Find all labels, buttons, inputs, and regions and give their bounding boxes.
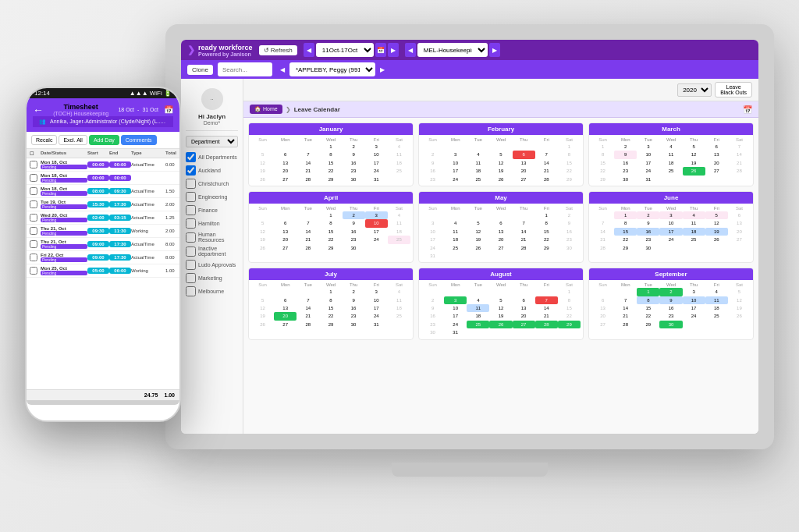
cal-day-August-1[interactable]: 1: [558, 288, 581, 296]
cal-day-July-1[interactable]: 1: [319, 288, 342, 296]
cal-day-July-12[interactable]: 12: [251, 304, 274, 312]
cal-day-January-23[interactable]: 23: [343, 167, 365, 175]
cal-day-April-12[interactable]: 12: [251, 228, 274, 236]
cal-day-February-8[interactable]: 8: [558, 151, 581, 158]
cal-day-July-9[interactable]: 9: [343, 296, 365, 304]
cal-day-August-15[interactable]: 15: [558, 304, 581, 312]
cal-day-January-9[interactable]: 9: [343, 151, 365, 158]
cal-day-September-30[interactable]: 30: [659, 321, 682, 328]
cal-day-August-28[interactable]: 28: [535, 321, 558, 328]
cal-day-May-17[interactable]: 17: [421, 236, 444, 243]
cal-day-July-7[interactable]: 7: [297, 296, 319, 304]
employee-prev-button[interactable]: ◀: [277, 62, 288, 76]
cal-day-June-27[interactable]: 27: [728, 236, 751, 243]
cal-day-May-10[interactable]: 10: [421, 228, 444, 236]
cal-day-May-14[interactable]: 14: [513, 228, 535, 236]
cal-day-July-14[interactable]: 14: [297, 304, 319, 312]
cal-day-May-2[interactable]: 2: [558, 211, 581, 219]
cal-day-May-4[interactable]: 4: [444, 219, 467, 227]
cal-day-February-14[interactable]: 14: [535, 159, 558, 167]
cal-day-May-12[interactable]: 12: [467, 228, 489, 236]
cal-day-May-20[interactable]: 20: [489, 236, 512, 243]
cal-day-February-12[interactable]: 12: [489, 159, 512, 167]
cal-day-May-16[interactable]: 16: [558, 228, 581, 236]
cal-day-March-7[interactable]: 7: [728, 143, 751, 151]
cal-day-March-24[interactable]: 24: [637, 167, 659, 175]
cal-day-September-7[interactable]: 7: [614, 296, 637, 304]
cal-day-February-13[interactable]: 13: [513, 159, 535, 167]
cal-day-August-23[interactable]: 23: [421, 321, 444, 328]
cal-day-September-6[interactable]: 6: [591, 296, 614, 304]
cal-day-January-3[interactable]: 3: [365, 143, 388, 151]
sidebar-checkbox-5[interactable]: [186, 218, 196, 229]
cal-day-March-11[interactable]: 11: [659, 151, 682, 158]
cal-day-July-4[interactable]: 4: [388, 288, 410, 296]
cal-day-July-6[interactable]: 6: [274, 296, 297, 304]
cal-day-May-21[interactable]: 21: [513, 236, 535, 243]
cal-day-August-10[interactable]: 10: [444, 304, 467, 312]
cal-day-July-30[interactable]: 30: [343, 321, 365, 328]
cal-day-April-15[interactable]: 15: [319, 228, 342, 236]
cal-day-April-30[interactable]: 30: [343, 244, 365, 252]
cal-day-September-12[interactable]: 12: [728, 296, 751, 304]
cal-day-August-2[interactable]: 2: [421, 296, 444, 304]
cal-day-January-14[interactable]: 14: [297, 159, 319, 167]
cal-day-September-24[interactable]: 24: [683, 312, 705, 320]
row-check-7[interactable]: [30, 254, 37, 261]
cal-day-May-28[interactable]: 28: [513, 244, 535, 252]
cal-day-May-8[interactable]: 8: [535, 219, 558, 227]
cal-day-January-22[interactable]: 22: [319, 167, 342, 175]
row-check-4[interactable]: [30, 214, 37, 222]
cal-day-April-23[interactable]: 23: [343, 236, 365, 243]
cal-day-March-31[interactable]: 31: [637, 176, 659, 183]
cal-day-January-1[interactable]: 1: [319, 143, 342, 151]
cal-day-June-17[interactable]: 17: [659, 228, 682, 236]
cal-day-September-17[interactable]: 17: [683, 304, 705, 312]
cal-day-March-29[interactable]: 29: [591, 176, 614, 183]
cal-day-May-29[interactable]: 29: [535, 244, 558, 252]
cal-day-April-20[interactable]: 20: [274, 236, 297, 243]
cal-day-July-5[interactable]: 5: [251, 296, 274, 304]
cal-day-July-27[interactable]: 27: [274, 321, 297, 328]
cal-day-July-26[interactable]: 26: [251, 321, 274, 328]
cal-day-August-4[interactable]: 4: [467, 296, 489, 304]
cal-day-June-10[interactable]: 10: [659, 219, 682, 227]
cal-day-February-1[interactable]: 1: [558, 143, 581, 151]
cal-day-August-7[interactable]: 7: [535, 296, 558, 304]
row-check-8[interactable]: [30, 267, 37, 275]
cal-day-August-3[interactable]: 3: [444, 296, 467, 304]
refresh-button[interactable]: ↺ Refresh: [259, 45, 297, 55]
cal-day-February-22[interactable]: 22: [558, 167, 581, 175]
cal-day-April-9[interactable]: 9: [343, 219, 365, 227]
cal-day-April-27[interactable]: 27: [274, 244, 297, 252]
cal-day-August-21[interactable]: 21: [535, 312, 558, 320]
cal-day-September-3[interactable]: 3: [683, 288, 705, 296]
cal-day-January-5[interactable]: 5: [251, 151, 274, 158]
cal-day-June-5[interactable]: 5: [705, 211, 728, 219]
cal-day-February-23[interactable]: 23: [421, 176, 444, 183]
date-calendar-button[interactable]: 📅: [375, 43, 386, 57]
cal-day-April-21[interactable]: 21: [297, 236, 319, 243]
cal-day-June-3[interactable]: 3: [659, 211, 682, 219]
cal-day-May-7[interactable]: 7: [513, 219, 535, 227]
cal-day-July-8[interactable]: 8: [319, 296, 342, 304]
sidebar-item-8[interactable]: Ludo Approvals: [186, 258, 238, 271]
cal-day-June-26[interactable]: 26: [705, 236, 728, 243]
cal-day-August-31[interactable]: 31: [444, 328, 467, 336]
cal-day-January-15[interactable]: 15: [319, 159, 342, 167]
cal-day-March-30[interactable]: 30: [614, 176, 637, 183]
cal-day-January-17[interactable]: 17: [365, 159, 388, 167]
cal-day-January-4[interactable]: 4: [388, 143, 410, 151]
cal-day-May-30[interactable]: 30: [558, 244, 581, 252]
cal-day-September-21[interactable]: 21: [614, 312, 637, 320]
cal-day-June-13[interactable]: 13: [728, 219, 751, 227]
cal-day-September-8[interactable]: 8: [637, 296, 659, 304]
phone-back-button[interactable]: ←: [33, 104, 44, 116]
cal-day-April-13[interactable]: 13: [274, 228, 297, 236]
row-check-3[interactable]: [30, 200, 37, 208]
sidebar-item-7[interactable]: Inactive department: [186, 244, 238, 258]
cal-day-July-19[interactable]: 19: [251, 312, 274, 320]
cal-day-April-26[interactable]: 26: [251, 244, 274, 252]
cal-day-March-15[interactable]: 15: [591, 159, 614, 167]
sidebar-checkbox-10[interactable]: [186, 286, 196, 296]
